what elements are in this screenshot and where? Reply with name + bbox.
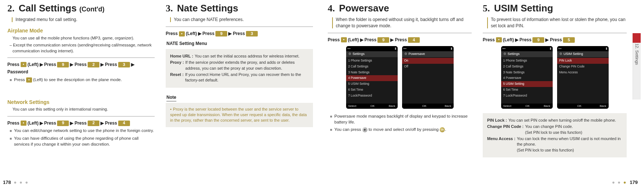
- phone-usim-screen: ▪▪▪▮ ⚙USIM Setting PIN LockChange PIN Co…: [557, 46, 609, 109]
- arrow-icon: ▶: [390, 37, 394, 43]
- section-5-title: 5. USIM Setting: [483, 1, 627, 15]
- menu-item: 7 Lock/Password: [501, 93, 553, 99]
- network-b1-text: You can edit/change network setting to u…: [14, 128, 154, 133]
- title-bar: ⚙USIM Setting: [557, 51, 609, 57]
- signal-icon: ▪▪▪: [503, 46, 506, 51]
- press-label: Press: [14, 77, 25, 82]
- bullet-dot-icon: •: [170, 107, 172, 111]
- signal-icon: ▪▪▪: [348, 46, 351, 51]
- phone-powersave-screen: ▪▪▪▮ ⚙Powersave OnOff OK Back: [402, 46, 454, 109]
- soft-right: Back: [600, 104, 606, 108]
- arrow-icon: ▶: [515, 37, 518, 43]
- powersave-screens: ▪▪▪▮ ⚙Settings 1 Phone Settings2 Call Se…: [328, 46, 472, 109]
- powersave-bullet-2: ■ You can press ◉ to move and select on/…: [330, 126, 472, 132]
- reset-key: Reset :: [170, 72, 184, 83]
- page-number-right: ● ● ● 179: [610, 180, 638, 185]
- def-pin-lock: PIN Lock : You can set PIN code when tur…: [487, 118, 622, 123]
- menu-item: Change PIN Code: [557, 64, 609, 70]
- arrow-icon: ▶: [360, 37, 363, 43]
- nate-menu-box: Home URL : You can set the initial acces…: [166, 49, 313, 88]
- press-label: Press: [203, 31, 215, 37]
- press-label: Press: [328, 37, 340, 43]
- screen-title: Settings: [508, 52, 520, 56]
- section-4-num: 4.: [328, 3, 335, 14]
- press-label: Press: [44, 62, 56, 68]
- note-text: Proxy is the server located between the …: [170, 107, 307, 123]
- pin-lock-val: You can set PIN code when turning on/off…: [508, 118, 616, 123]
- soft-center: OK: [370, 104, 375, 108]
- airplane-desc2-wrap: – Except the communication services (sen…: [13, 42, 155, 54]
- press-label: Press: [7, 120, 20, 126]
- section-5: 5. USIM Setting To prevent loss of infor…: [483, 0, 633, 160]
- arrow-icon: ▶: [70, 120, 73, 126]
- nate-press-line: Press • (Left) ▶ Press 9 ▶ Press 3: [166, 31, 313, 37]
- proxy-key: Proxy :: [170, 60, 184, 71]
- soft-center: OK: [422, 104, 427, 108]
- left-label: (Left): [28, 120, 39, 126]
- reset-val: If you correct Home URL and Proxy, you c…: [185, 72, 309, 83]
- square-bullet-icon: ■: [10, 136, 12, 147]
- network-desc: You can use this setting only in interna…: [13, 107, 155, 112]
- status-bar: ▪▪▪▮: [501, 46, 553, 51]
- separator: [166, 27, 313, 27]
- press-label: Press: [7, 62, 20, 68]
- menu-item: 3 Nate Settings: [501, 70, 553, 76]
- powersave-b1-text: Powersave mode manages backlight of disp…: [334, 113, 472, 125]
- section-3-intro-wrap: You can change NATE preferences.: [166, 17, 313, 23]
- arrow-icon: ▶: [40, 120, 43, 126]
- section-4: 4. Powersave When the folder is opened w…: [328, 0, 472, 160]
- page-178: 2. Call Settings (Cont'd) Integrated men…: [0, 0, 320, 188]
- network-press-line: Press • (Left) ▶ Press 9 ▶ Press 2 ▶ Pre…: [7, 120, 155, 126]
- arrow-icon: ▶: [70, 62, 73, 68]
- arrow-icon: ▶: [101, 62, 104, 68]
- screen-title: Powersave: [409, 52, 425, 56]
- gear-icon: ⚙: [559, 52, 562, 56]
- arrow-icon: ▶: [40, 62, 43, 68]
- network-b2-text: You can have difficuties of using the ph…: [14, 135, 155, 147]
- section-5-num: 5.: [483, 3, 490, 14]
- change-pin-val: You can change PIN code.: [525, 124, 573, 129]
- menu-item: 4 Powersave: [346, 75, 398, 81]
- arrow-icon: ▶: [545, 37, 549, 43]
- menu-item: 3 Nate Settings: [346, 70, 398, 76]
- title-bar: ⚙Settings: [346, 51, 398, 57]
- menu-item: 6 Set Time: [346, 87, 398, 93]
- change-pin-sub: (Set PIN lock to use this function): [525, 130, 582, 135]
- screen-title: Settings: [353, 52, 365, 56]
- phone-menu: 1 Phone Settings2 Call Settings3 Nate Se…: [501, 57, 553, 100]
- section-4-intro: When the folder is opened without using …: [336, 17, 472, 29]
- page-number-left: 178 ● ● ●: [3, 180, 30, 185]
- soft-key-bar: Select OK Back: [346, 104, 398, 109]
- section-2: 2. Call Settings (Cont'd) Integrated men…: [7, 0, 155, 149]
- press-label: Press: [44, 120, 56, 126]
- airplane-note-text: (Left) to see the description on the pla…: [33, 77, 122, 82]
- left-label: (Left): [503, 37, 514, 43]
- center-key-icon: •: [496, 37, 502, 42]
- menu-access-val: You can lock the menu when USIM card is …: [517, 136, 621, 146]
- key-9-icon: 9: [57, 62, 69, 67]
- page-178-number: 178: [3, 180, 11, 185]
- section-3-name: Nate Settings: [177, 3, 238, 14]
- separator: [7, 58, 155, 58]
- press-label: Press: [520, 37, 532, 43]
- soft-right: Back: [544, 104, 550, 108]
- page-179: 4. Powersave When the folder is opened w…: [320, 0, 641, 188]
- menu-item: Menu Access: [557, 70, 609, 76]
- usim-screens: ▪▪▪▮ ⚙Settings 1 Phone Settings2 Call Se…: [483, 46, 627, 109]
- press-label: Press: [550, 37, 562, 43]
- soft-key-bar: OK Back: [557, 104, 609, 109]
- page-dots-icon: ● ● ●: [612, 180, 627, 185]
- separator: [483, 33, 627, 33]
- menu-access-val-wrap: You can lock the menu when USIM card is …: [517, 136, 622, 153]
- airplane-note-row: ■ Press • (Left) to see the description …: [10, 77, 155, 83]
- phone-settings-screen: ▪▪▪▮ ⚙Settings 1 Phone Settings2 Call Se…: [501, 46, 553, 109]
- page-179-number: 179: [630, 180, 638, 185]
- square-bullet-icon: ■: [10, 77, 12, 83]
- nav-circle-icon: ◉: [362, 127, 367, 132]
- left-label: (Left): [348, 37, 359, 43]
- key-2-icon: 2: [88, 62, 99, 67]
- side-tab-label: 12. Settings: [635, 43, 639, 65]
- status-bar: ▪▪▪▮: [557, 46, 609, 51]
- section-4-intro-wrap: When the folder is opened without using …: [328, 17, 472, 29]
- nate-menu-label: NATE Setting Menu: [166, 41, 313, 47]
